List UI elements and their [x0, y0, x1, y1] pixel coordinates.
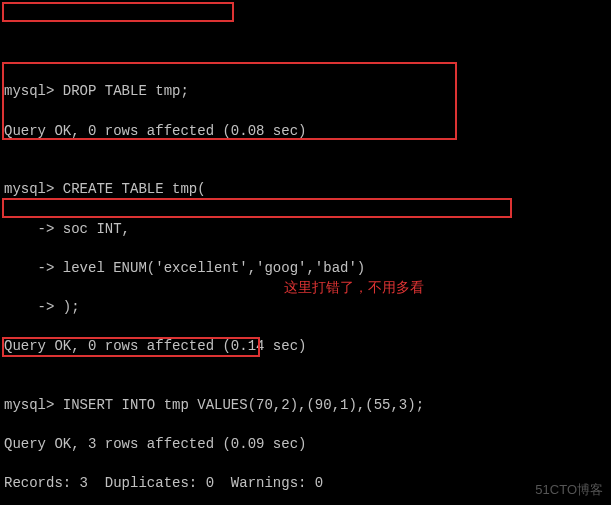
terminal-line: -> level ENUM('excellent','goog','bad') [4, 259, 607, 279]
terminal-line: Query OK, 0 rows affected (0.14 sec) [4, 337, 607, 357]
terminal-line: mysql> CREATE TABLE tmp( [4, 180, 607, 200]
highlight-box-drop-table [2, 2, 234, 22]
terminal-line: Records: 3 Duplicates: 0 Warnings: 0 [4, 474, 607, 494]
terminal-line: Query OK, 3 rows affected (0.09 sec) [4, 435, 607, 455]
annotation-text: 这里打错了，不用多看 [284, 278, 424, 298]
terminal-line: -> soc INT, [4, 220, 607, 240]
terminal-line: Query OK, 0 rows affected (0.08 sec) [4, 122, 607, 142]
terminal-line: mysql> INSERT INTO tmp VALUES(70,2),(90,… [4, 396, 607, 416]
terminal-line: mysql> DROP TABLE tmp; [4, 82, 607, 102]
terminal-line: -> ); [4, 298, 607, 318]
highlight-box-insert [2, 198, 512, 218]
